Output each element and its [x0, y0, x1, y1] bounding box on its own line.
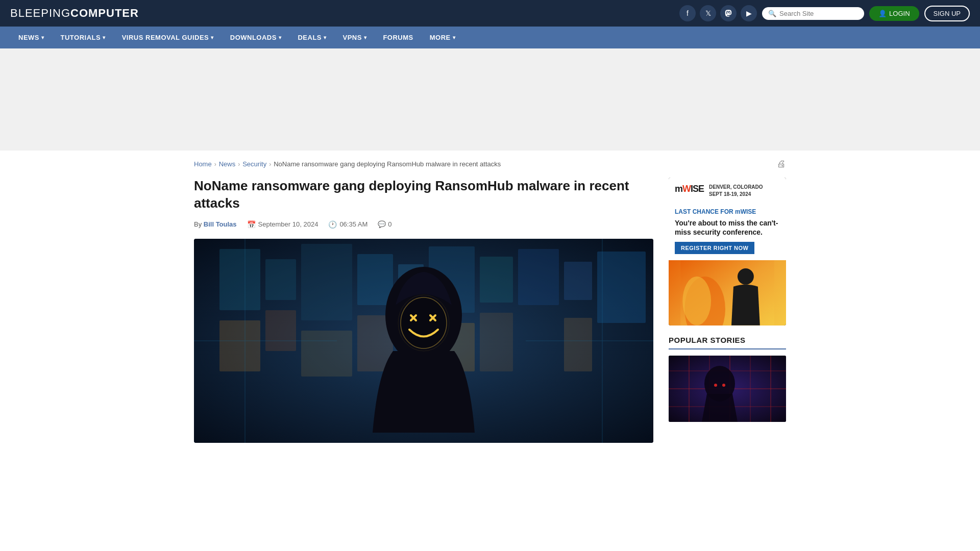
popular-stories: POPULAR STORIES: [669, 336, 786, 422]
site-logo[interactable]: BLEEPINGCOMPUTER: [10, 7, 139, 20]
facebook-icon[interactable]: f: [679, 5, 696, 21]
search-input[interactable]: [779, 10, 858, 17]
breadcrumb-news[interactable]: News: [219, 160, 236, 168]
mastodon-icon[interactable]: [720, 5, 737, 21]
article-container: NoName ransomware gang deploying RansomH…: [194, 178, 786, 458]
breadcrumb-current: NoName ransomware gang deploying RansomH…: [274, 160, 501, 168]
nav-item-tutorials[interactable]: TUTORIALS ▾: [53, 27, 114, 48]
chevron-down-icon: ▾: [211, 35, 214, 40]
svg-point-44: [714, 384, 717, 387]
login-button[interactable]: 👤 LOGIN: [869, 6, 919, 21]
svg-rect-17: [564, 318, 592, 371]
breadcrumb-sep-2: ›: [238, 161, 240, 168]
svg-point-33: [738, 268, 754, 285]
article-meta: By Bill Toulas 📅 September 10, 2024 🕐 06…: [194, 220, 653, 229]
header-right: f 𝕏 ▶ 🔍 👤 LOGIN SIGN UP: [679, 5, 970, 21]
social-icons: f 𝕏 ▶: [679, 5, 757, 21]
print-icon[interactable]: 🖨: [777, 159, 786, 169]
svg-rect-16: [480, 313, 513, 371]
chevron-down-icon: ▾: [41, 35, 44, 40]
author-link[interactable]: Bill Toulas: [204, 220, 237, 228]
ad-middle: LAST CHANCE FOR mWISE You're about to mi…: [669, 204, 786, 260]
breadcrumb-home[interactable]: Home: [194, 160, 212, 168]
nav-item-downloads[interactable]: DOWNLOADS ▾: [222, 27, 290, 48]
ad-last-chance: LAST CHANCE FOR mWISE: [675, 208, 780, 215]
comment-icon: 💬: [378, 220, 386, 228]
svg-rect-4: [357, 254, 393, 305]
svg-rect-7: [480, 257, 513, 303]
svg-point-45: [722, 384, 725, 387]
nav-item-virus-removal[interactable]: VIRUS REMOVAL GUIDES ▾: [114, 27, 222, 48]
chevron-down-icon: ▾: [453, 35, 456, 40]
user-icon: 👤: [878, 10, 887, 17]
ad-cta-button[interactable]: REGISTER RIGHT NOW: [675, 242, 754, 254]
chevron-down-icon: ▾: [324, 35, 327, 40]
nav-item-vpns[interactable]: VPNS ▾: [335, 27, 375, 48]
breadcrumb-left: Home › News › Security › NoName ransomwa…: [194, 160, 501, 168]
ad-banner-top: [0, 48, 980, 151]
chevron-down-icon: ▾: [103, 35, 106, 40]
article-hero-image: [194, 239, 653, 443]
ad-image-section: [669, 260, 786, 325]
article-sidebar: mWISE DENVER, COLORADO SEPT 18-19, 2024 …: [669, 178, 786, 443]
nav-item-forums[interactable]: FORUMS: [375, 27, 421, 48]
comment-count[interactable]: 💬 0: [378, 220, 391, 228]
main-nav: NEWS ▾ TUTORIALS ▾ VIRUS REMOVAL GUIDES …: [0, 27, 980, 48]
article-title: NoName ransomware gang deploying RansomH…: [194, 178, 653, 212]
article-time: 🕐 06:35 AM: [328, 220, 368, 229]
svg-rect-1: [219, 249, 260, 310]
nav-item-more[interactable]: MORE ▾: [422, 27, 464, 48]
sidebar-ad: mWISE DENVER, COLORADO SEPT 18-19, 2024 …: [669, 178, 786, 325]
sidebar-ad-inner: mWISE DENVER, COLORADO SEPT 18-19, 2024 …: [669, 178, 786, 325]
nav-item-news[interactable]: NEWS ▾: [10, 27, 53, 48]
calendar-icon: 📅: [247, 220, 256, 229]
breadcrumb-security[interactable]: Security: [242, 160, 266, 168]
ad-headline: You're about to miss the can't-miss secu…: [675, 218, 780, 237]
breadcrumb: Home › News › Security › NoName ransomwa…: [194, 151, 786, 178]
popular-story-image[interactable]: [669, 356, 786, 422]
svg-rect-9: [564, 262, 592, 300]
search-icon: 🔍: [768, 10, 776, 17]
popular-stories-title: POPULAR STORIES: [669, 336, 786, 349]
nav-item-deals[interactable]: DEALS ▾: [289, 27, 334, 48]
svg-rect-11: [219, 320, 260, 371]
svg-rect-8: [518, 249, 559, 305]
breadcrumb-sep-1: ›: [214, 161, 216, 168]
article-date: 📅 September 10, 2024: [247, 220, 318, 229]
svg-rect-12: [265, 310, 296, 351]
article-author: By Bill Toulas: [194, 220, 237, 228]
chevron-down-icon: ▾: [279, 35, 282, 40]
search-box[interactable]: 🔍: [762, 7, 864, 20]
signup-button[interactable]: SIGN UP: [924, 6, 970, 21]
svg-rect-2: [265, 259, 296, 300]
chevron-down-icon: ▾: [364, 35, 367, 40]
youtube-icon[interactable]: ▶: [741, 5, 757, 21]
twitter-icon[interactable]: 𝕏: [700, 5, 716, 21]
content-wrapper: Home › News › Security › NoName ransomwa…: [184, 151, 796, 458]
svg-rect-3: [301, 244, 352, 320]
svg-point-32: [682, 277, 711, 325]
article-main: NoName ransomware gang deploying RansomH…: [194, 178, 653, 443]
site-header: BLEEPINGCOMPUTER f 𝕏 ▶ 🔍 👤 LOGIN SIGN UP: [0, 0, 980, 27]
ad-top-section: mWISE DENVER, COLORADO SEPT 18-19, 2024: [669, 178, 786, 204]
svg-rect-10: [597, 252, 646, 323]
ad-logo: mWISE: [675, 184, 704, 194]
svg-rect-13: [301, 331, 352, 377]
clock-icon: 🕐: [328, 220, 337, 229]
breadcrumb-sep-3: ›: [269, 161, 271, 168]
